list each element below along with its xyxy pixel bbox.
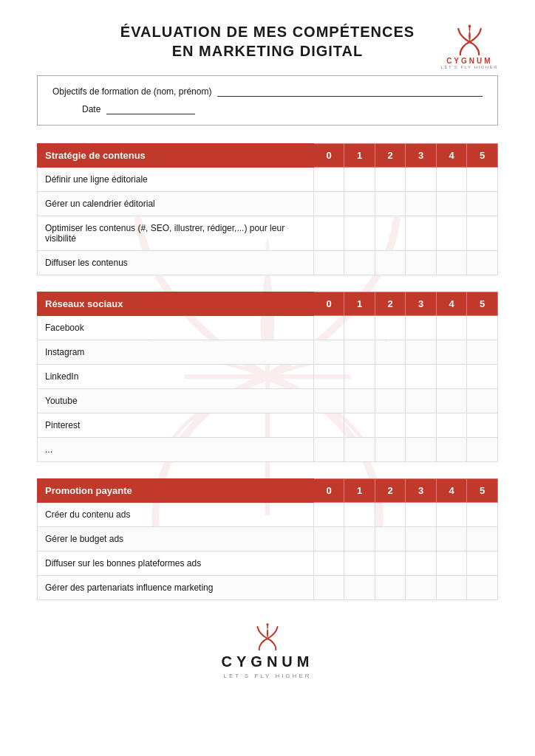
score-cell-0-3-2[interactable] <box>375 251 406 275</box>
score-cell-1-4-0[interactable] <box>313 413 344 438</box>
score-cell-2-1-3[interactable] <box>406 527 437 551</box>
score-cell-1-5-2[interactable] <box>375 438 406 462</box>
score-cell-0-1-5[interactable] <box>467 192 498 216</box>
section-1: Réseaux sociaux012345FacebookInstagramLi… <box>37 292 498 462</box>
score-cell-2-1-1[interactable] <box>344 527 375 551</box>
score-cell-0-1-1[interactable] <box>344 192 375 216</box>
row-label-0-3: Diffuser les contenus <box>38 251 314 275</box>
score-cell-1-3-1[interactable] <box>344 389 375 413</box>
score-cell-2-2-3[interactable] <box>406 551 437 576</box>
header-title-block: ÉVALUATION DE MES COMPÉTENCES EN MARKETI… <box>37 22 498 61</box>
score-cell-1-0-2[interactable] <box>375 316 406 340</box>
score-cell-2-3-3[interactable] <box>406 576 437 600</box>
score-cell-0-3-3[interactable] <box>406 251 437 275</box>
score-cell-2-0-1[interactable] <box>344 503 375 527</box>
row-label-1-0: Facebook <box>38 316 314 340</box>
score-cell-1-3-3[interactable] <box>406 389 437 413</box>
score-cell-1-0-0[interactable] <box>313 316 344 340</box>
score-cell-1-5-0[interactable] <box>313 438 344 462</box>
score-cell-1-2-5[interactable] <box>467 365 498 389</box>
score-header-1-1: 1 <box>344 292 375 316</box>
score-cell-1-0-4[interactable] <box>436 316 467 340</box>
score-cell-2-3-1[interactable] <box>344 576 375 600</box>
score-cell-2-0-2[interactable] <box>375 503 406 527</box>
score-cell-1-3-0[interactable] <box>313 389 344 413</box>
logo-brand: CYGNUM <box>446 57 492 65</box>
score-cell-1-0-5[interactable] <box>467 316 498 340</box>
score-cell-1-1-4[interactable] <box>436 340 467 365</box>
score-header-0-0: 0 <box>313 144 344 168</box>
score-cell-0-2-5[interactable] <box>467 216 498 251</box>
score-cell-1-5-5[interactable] <box>467 438 498 462</box>
score-cell-1-2-2[interactable] <box>375 365 406 389</box>
score-cell-2-2-0[interactable] <box>313 551 344 576</box>
score-cell-1-1-2[interactable] <box>375 340 406 365</box>
table-row: Gérer le budget ads <box>38 527 498 551</box>
score-cell-0-1-2[interactable] <box>375 192 406 216</box>
score-cell-1-5-1[interactable] <box>344 438 375 462</box>
score-cell-1-4-5[interactable] <box>467 413 498 438</box>
score-cell-1-4-4[interactable] <box>436 413 467 438</box>
section-title-2: Promotion payante <box>38 479 314 503</box>
score-cell-2-2-2[interactable] <box>375 551 406 576</box>
score-cell-2-1-0[interactable] <box>313 527 344 551</box>
score-cell-2-1-4[interactable] <box>436 527 467 551</box>
table-row: Diffuser les contenus <box>38 251 498 275</box>
score-cell-1-2-3[interactable] <box>406 365 437 389</box>
score-cell-0-0-2[interactable] <box>375 168 406 192</box>
score-cell-0-2-4[interactable] <box>436 216 467 251</box>
score-cell-1-3-2[interactable] <box>375 389 406 413</box>
score-cell-1-5-3[interactable] <box>406 438 437 462</box>
score-cell-1-1-3[interactable] <box>406 340 437 365</box>
score-cell-2-2-5[interactable] <box>467 551 498 576</box>
score-cell-2-0-0[interactable] <box>313 503 344 527</box>
score-cell-0-3-0[interactable] <box>313 251 344 275</box>
score-cell-2-0-5[interactable] <box>467 503 498 527</box>
table-row: Définir une ligne éditoriale <box>38 168 498 192</box>
score-cell-1-2-0[interactable] <box>313 365 344 389</box>
score-cell-0-0-5[interactable] <box>467 168 498 192</box>
score-cell-1-1-5[interactable] <box>467 340 498 365</box>
score-cell-1-0-3[interactable] <box>406 316 437 340</box>
score-cell-1-2-1[interactable] <box>344 365 375 389</box>
score-cell-0-1-0[interactable] <box>313 192 344 216</box>
score-cell-2-3-2[interactable] <box>375 576 406 600</box>
score-cell-0-3-5[interactable] <box>467 251 498 275</box>
footer: CYGNUM LET'S FLY HIGHER <box>37 621 498 679</box>
table-row: Gérer un calendrier éditorial <box>38 192 498 216</box>
score-cell-2-0-4[interactable] <box>436 503 467 527</box>
score-cell-0-0-1[interactable] <box>344 168 375 192</box>
score-cell-2-0-3[interactable] <box>406 503 437 527</box>
score-cell-0-0-4[interactable] <box>436 168 467 192</box>
score-cell-1-0-1[interactable] <box>344 316 375 340</box>
score-cell-2-2-1[interactable] <box>344 551 375 576</box>
score-cell-1-4-1[interactable] <box>344 413 375 438</box>
score-cell-2-1-5[interactable] <box>467 527 498 551</box>
score-cell-0-2-3[interactable] <box>406 216 437 251</box>
score-cell-1-1-0[interactable] <box>313 340 344 365</box>
score-cell-0-2-0[interactable] <box>313 216 344 251</box>
score-cell-1-3-4[interactable] <box>436 389 467 413</box>
score-cell-1-1-1[interactable] <box>344 340 375 365</box>
score-cell-1-4-2[interactable] <box>375 413 406 438</box>
score-cell-2-2-4[interactable] <box>436 551 467 576</box>
score-cell-0-3-4[interactable] <box>436 251 467 275</box>
table-2: Promotion payante012345Créer du contenu … <box>37 478 498 600</box>
score-cell-2-3-4[interactable] <box>436 576 467 600</box>
score-cell-2-1-2[interactable] <box>375 527 406 551</box>
score-cell-1-2-4[interactable] <box>436 365 467 389</box>
score-cell-2-3-5[interactable] <box>467 576 498 600</box>
score-cell-0-1-3[interactable] <box>406 192 437 216</box>
score-cell-0-3-1[interactable] <box>344 251 375 275</box>
score-cell-1-4-3[interactable] <box>406 413 437 438</box>
score-cell-0-0-0[interactable] <box>313 168 344 192</box>
score-cell-2-3-0[interactable] <box>313 576 344 600</box>
score-cell-1-5-4[interactable] <box>436 438 467 462</box>
score-cell-0-1-4[interactable] <box>436 192 467 216</box>
row-label-2-1: Gérer le budget ads <box>38 527 314 551</box>
score-cell-1-3-5[interactable] <box>467 389 498 413</box>
score-cell-0-2-2[interactable] <box>375 216 406 251</box>
score-cell-0-0-3[interactable] <box>406 168 437 192</box>
score-cell-0-2-1[interactable] <box>344 216 375 251</box>
score-header-1-2: 2 <box>375 292 406 316</box>
